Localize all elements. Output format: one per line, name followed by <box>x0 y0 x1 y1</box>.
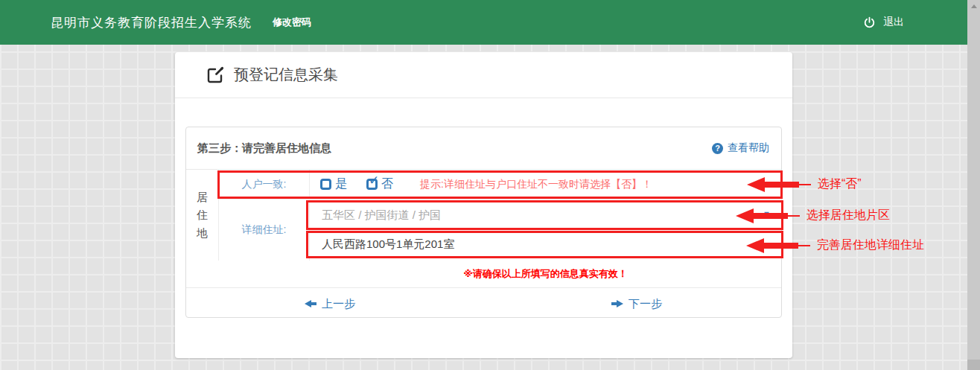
checkbox-no[interactable]: ✓ 否 <box>366 176 393 192</box>
nav-change-password[interactable]: 修改密码 <box>273 16 311 29</box>
logout-button[interactable]: 退出 <box>863 0 904 45</box>
step-panel: 第三步：请完善居住地信息 ? 查看帮助 居住地 人户一致: 是 ✓ <box>185 127 782 318</box>
annotation-label: 选择居住地片区 <box>806 208 890 223</box>
scroll-up-icon <box>971 4 977 8</box>
arrow-left-icon <box>305 300 316 307</box>
card-title-row: 预登记信息采集 <box>175 52 792 98</box>
question-icon: ? <box>712 143 723 154</box>
district-value: 五华区 / 护国街道 / 护国 <box>322 208 441 223</box>
warning-text: ※请确保以上所填写的信息真实有效！ <box>463 267 628 281</box>
detailed-address-input[interactable] <box>311 232 782 258</box>
page-title: 预登记信息采集 <box>234 65 338 85</box>
checkbox-no-label: 否 <box>381 176 393 192</box>
panel-heading: 第三步：请完善居住地信息 ? 查看帮助 <box>186 127 781 170</box>
consistency-label: 人户一致: <box>219 170 310 199</box>
checkbox-checked-icon: ✓ <box>366 179 378 190</box>
brand-title: 昆明市义务教育阶段招生入学系统 <box>51 14 252 31</box>
vertical-scrollbar[interactable] <box>967 0 980 370</box>
prev-step-button[interactable]: 上一步 <box>305 288 355 319</box>
app-header: 昆明市义务教育阶段招生入学系统 修改密码 退出 <box>0 0 967 45</box>
step-title: 第三步：请完善居住地信息 <box>197 141 331 156</box>
annotation-label: 选择“否” <box>818 176 862 192</box>
chevron-down-icon: ▼ <box>763 209 771 218</box>
district-cascader-select[interactable]: 五华区 / 护国街道 / 护国 ▼ <box>310 201 783 230</box>
edit-icon <box>206 66 224 84</box>
annotation-label: 完善居住地详细住址 <box>817 237 924 253</box>
checkbox-yes-label: 是 <box>335 176 347 192</box>
next-step-button[interactable]: 下一步 <box>611 288 662 319</box>
prev-step-label: 上一步 <box>322 297 355 311</box>
consistency-row: 人户一致: 是 ✓ 否 提示:详细住址与户口住址不一致时请选择【否】！ <box>219 170 783 200</box>
logout-label: 退出 <box>883 16 904 29</box>
help-label: 查看帮助 <box>728 141 769 155</box>
address-label: 详细住址: <box>219 200 310 261</box>
address-rows: 详细住址: 五华区 / 护国街道 / 护国 ▼ <box>219 200 783 261</box>
next-step-label: 下一步 <box>629 297 662 311</box>
arrow-right-icon <box>611 300 623 307</box>
checkbox-unchecked-icon <box>320 179 331 190</box>
view-help-link[interactable]: ? 查看帮助 <box>712 141 769 155</box>
residence-group-cell: 居住地 <box>186 170 219 261</box>
scroll-down-button[interactable] <box>967 360 980 370</box>
panel-footer: 上一步 下一步 <box>186 287 781 319</box>
power-icon <box>863 16 876 29</box>
warning-row: ※请确保以上所填写的信息真实有效！ <box>310 261 781 287</box>
residence-form: 居住地 人户一致: 是 ✓ 否 提示:详细住址与户口住址不一致时请选择【否】！ <box>186 170 781 261</box>
checkbox-yes[interactable]: 是 <box>320 176 347 192</box>
scroll-up-button[interactable] <box>967 0 980 13</box>
residence-group-label: 居住地 <box>197 188 209 242</box>
consistency-hint: 提示:详细住址与户口住址不一致时请选择【否】！ <box>420 178 652 191</box>
pre-registration-card: 预登记信息采集 第三步：请完善居住地信息 ? 查看帮助 居住地 人户一致: 是 <box>175 52 792 358</box>
